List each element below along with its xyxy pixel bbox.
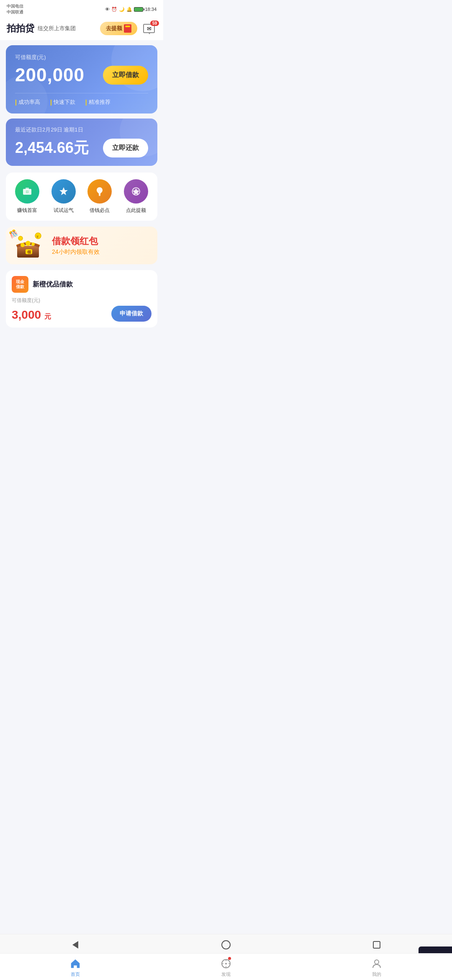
repayment-card: 最近还款日2月29日 逾期1日 2,454.66元 立即还款 bbox=[6, 119, 157, 166]
repayment-info: 最近还款日2月29日 逾期1日 bbox=[15, 126, 148, 134]
repay-now-button[interactable]: 立即还款 bbox=[103, 139, 148, 157]
product-logo-line2: 借款 bbox=[16, 284, 24, 289]
borrow-tips-icon bbox=[87, 179, 112, 204]
credit-divider bbox=[15, 93, 148, 93]
status-right: 👁 ⏰ 🌙 🔔 18:34 bbox=[105, 7, 157, 12]
svg-point-16 bbox=[21, 243, 25, 247]
app-header: 拍拍贷 纽交所上市集团 去提额 ✉ 59 bbox=[0, 17, 163, 40]
carrier2-label: 中国联通 bbox=[7, 9, 23, 15]
bell-icon: 🔔 bbox=[126, 7, 132, 12]
product-logo: 现金 借款 bbox=[12, 276, 28, 293]
raise-limit-label: 点此提额 bbox=[126, 207, 146, 214]
product-amount-row: 3,000 元 申请借款 bbox=[12, 304, 152, 322]
main-content: 可借额度(元) 200,000 立即借款 成功率高 快速下款 精准推荐 最近还款… bbox=[0, 40, 163, 388]
try-luck-label: 试试运气 bbox=[54, 207, 74, 214]
svg-rect-6 bbox=[99, 195, 100, 196]
carrier-info: 中国电信 中国联通 bbox=[7, 3, 23, 15]
svg-point-11 bbox=[18, 236, 23, 240]
raise-limit-button[interactable]: 去提额 bbox=[100, 22, 137, 35]
status-bar: 中国电信 中国联通 👁 ⏰ 🌙 🔔 18:34 bbox=[0, 0, 163, 17]
banner-text: 借款领红包 24小时内领取有效 bbox=[52, 230, 157, 261]
credit-amount-row: 200,000 立即借款 bbox=[15, 64, 148, 85]
credit-amount: 200,000 bbox=[15, 64, 85, 85]
svg-point-17 bbox=[31, 242, 35, 246]
product-credit-label: 可借额度(元) bbox=[12, 297, 152, 304]
promo-banner[interactable]: 🎊 ¥ 领 bbox=[6, 227, 157, 264]
product-logo-line1: 现金 bbox=[16, 279, 24, 284]
battery-icon bbox=[134, 7, 143, 12]
product-amount-unit: 元 bbox=[44, 313, 51, 320]
earn-rich-icon bbox=[15, 179, 39, 204]
message-badge: 59 bbox=[150, 21, 159, 26]
credit-card: 可借额度(元) 200,000 立即借款 成功率高 快速下款 精准推荐 bbox=[6, 45, 157, 113]
quick-item-earn-rich[interactable]: 赚钱首富 bbox=[15, 179, 39, 214]
repayment-row: 2,454.66元 立即还款 bbox=[15, 138, 148, 158]
app-subtitle: 纽交所上市集团 bbox=[38, 25, 76, 32]
product-header: 现金 借款 新橙优品借款 bbox=[12, 276, 152, 293]
banner-title: 借款领红包 bbox=[52, 235, 153, 248]
product-name: 新橙优品借款 bbox=[33, 280, 73, 289]
banner-image: 🎊 ¥ 领 bbox=[6, 227, 52, 264]
app-logo: 拍拍贷 bbox=[7, 22, 34, 35]
message-button[interactable]: ✉ 59 bbox=[141, 22, 157, 35]
quick-icons-section: 赚钱首富 试试运气 借钱必点 bbox=[6, 173, 157, 221]
repayment-amount: 2,454.66元 bbox=[15, 138, 89, 158]
try-luck-icon bbox=[51, 179, 76, 204]
red-envelope-icon bbox=[124, 24, 131, 33]
svg-marker-5 bbox=[59, 187, 68, 195]
moon-icon: 🌙 bbox=[119, 7, 125, 12]
borrow-tips-label: 借钱必点 bbox=[90, 207, 110, 214]
credit-label: 可借额度(元) bbox=[15, 54, 148, 61]
product-amount: 3,000 元 bbox=[12, 308, 51, 322]
banner-subtitle: 24小时内领取有效 bbox=[52, 248, 153, 256]
product-name-area: 新橙优品借款 bbox=[33, 280, 73, 289]
svg-rect-1 bbox=[26, 188, 29, 190]
loan-product-section: 现金 借款 新橙优品借款 可借额度(元) 3,000 元 申请借款 bbox=[6, 270, 157, 328]
header-right: 去提额 ✉ 59 bbox=[100, 22, 157, 35]
alarm-icon: ⏰ bbox=[111, 7, 117, 12]
product-apply-button[interactable]: 申请借款 bbox=[111, 306, 152, 322]
credit-tag-1: 成功率高 bbox=[15, 98, 40, 106]
header-left: 拍拍贷 纽交所上市集团 bbox=[7, 22, 76, 35]
quick-item-borrow-tips[interactable]: 借钱必点 bbox=[87, 179, 112, 214]
svg-text:领: 领 bbox=[27, 250, 31, 254]
earn-rich-label: 赚钱首富 bbox=[17, 207, 37, 214]
svg-point-18 bbox=[26, 241, 31, 246]
quick-item-raise-limit[interactable]: 点此提额 bbox=[124, 179, 148, 214]
credit-tags: 成功率高 快速下款 精准推荐 bbox=[15, 98, 148, 106]
time-display: 18:34 bbox=[145, 7, 157, 12]
product-amount-value: 3,000 bbox=[12, 308, 41, 321]
carrier1-label: 中国电信 bbox=[7, 3, 23, 9]
quick-item-try-luck[interactable]: 试试运气 bbox=[51, 179, 76, 214]
credit-tag-3: 精准推荐 bbox=[85, 98, 110, 106]
credit-tag-2: 快速下款 bbox=[50, 98, 75, 106]
raise-limit-icon bbox=[124, 179, 148, 204]
borrow-now-button[interactable]: 立即借款 bbox=[103, 66, 148, 85]
svg-text:¥: ¥ bbox=[36, 235, 39, 239]
eye-icon: 👁 bbox=[105, 7, 110, 12]
raise-limit-label: 去提额 bbox=[106, 25, 122, 32]
